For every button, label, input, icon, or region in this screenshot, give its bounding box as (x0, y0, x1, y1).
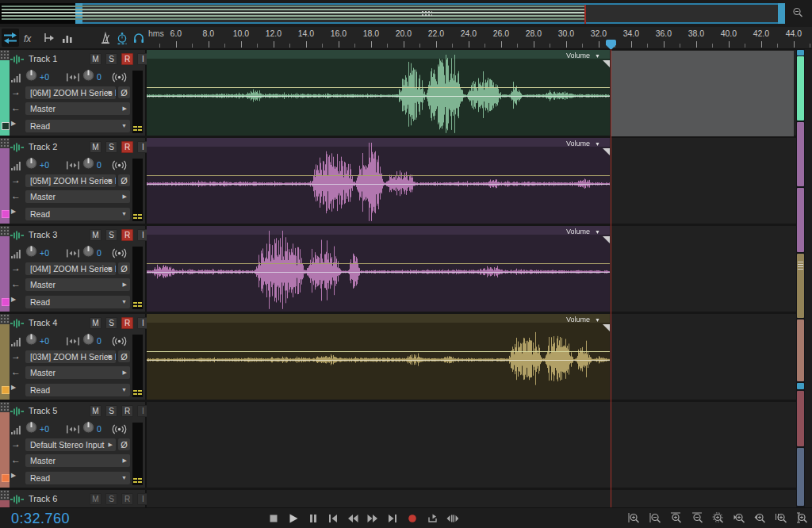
track-color-tag[interactable] (2, 210, 10, 218)
pan-value[interactable]: 0 (97, 160, 102, 170)
clip-envelope-label[interactable]: Volume▼ (566, 140, 600, 147)
track-scrollbar[interactable] (796, 49, 805, 507)
timeline-ruler[interactable]: hms 6.08.010.012.014.016.018.020.022.024… (147, 27, 812, 49)
pan-knob[interactable] (82, 332, 95, 346)
play-button[interactable] (285, 511, 302, 526)
zoom-out-full-icon[interactable] (791, 6, 804, 19)
mute-button[interactable]: M (90, 141, 102, 153)
zoom-to-in-point-button[interactable] (731, 511, 749, 526)
mute-button[interactable]: M (90, 317, 102, 329)
mute-button[interactable]: M (90, 53, 102, 65)
track-drag-grip[interactable] (0, 314, 10, 324)
armed-selection-region[interactable] (611, 51, 794, 136)
automation-mode-select[interactable]: Read▼ (25, 120, 130, 132)
automation-expander-icon[interactable]: ▶ (11, 384, 16, 391)
input-monitor-button[interactable]: I (137, 229, 147, 241)
pan-value[interactable]: 0 (97, 248, 102, 258)
volume-envelope-line[interactable] (147, 351, 610, 352)
scrollbar-track-segment[interactable] (797, 56, 804, 121)
pan-knob[interactable] (82, 68, 95, 82)
input-select[interactable]: [06M] ZOOM H Series M▶ (25, 86, 116, 99)
track-lane-6[interactable] (147, 490, 796, 507)
monitor-icon[interactable] (112, 248, 127, 258)
clip-envelope-label[interactable]: Volume▼ (566, 228, 600, 235)
timeline-lanes[interactable]: Volume▼Volume▼Volume▼Volume▼ (147, 49, 796, 507)
scrollbar-track-segment[interactable] (797, 391, 804, 446)
record-arm-button[interactable]: R (121, 317, 133, 329)
volume-envelope-line[interactable] (147, 263, 610, 264)
input-monitor-button[interactable]: I (137, 141, 147, 153)
monitor-input-button[interactable] (130, 29, 147, 47)
track-name-label[interactable]: Track 4 (29, 318, 57, 327)
viewport-drag-grip[interactable] (421, 10, 432, 17)
input-select[interactable]: [04M] ZOOM H Series M▶ (25, 262, 116, 275)
track-drag-grip[interactable] (0, 490, 10, 500)
zoom-reset-button[interactable] (710, 511, 727, 526)
scrollbar-viewport-cap[interactable] (797, 383, 804, 389)
clip-envelope-label[interactable]: Volume▼ (566, 316, 600, 323)
zoom-vertical-button[interactable] (794, 511, 811, 526)
volume-envelope-line[interactable] (147, 175, 610, 176)
volume-value[interactable]: +0 (40, 336, 49, 346)
pan-knob[interactable] (82, 420, 95, 434)
solo-button[interactable]: S (105, 405, 117, 417)
phase-invert-button[interactable]: Ø (118, 86, 130, 98)
track-drag-grip[interactable] (0, 138, 10, 148)
fast-forward-button[interactable] (364, 511, 381, 526)
monitor-icon[interactable] (112, 336, 127, 346)
monitor-icon[interactable] (112, 160, 127, 170)
scrollbar-track-segment[interactable] (797, 188, 804, 252)
input-monitor-button[interactable]: I (137, 53, 147, 65)
track-color-tag[interactable] (2, 122, 10, 130)
record-timer-button[interactable] (113, 29, 131, 47)
track-lane-2[interactable]: Volume▼ (147, 138, 796, 224)
automation-expander-icon[interactable]: ▶ (11, 208, 16, 215)
zoom-out-time-button[interactable] (689, 511, 707, 526)
record-arm-button[interactable]: R (121, 405, 133, 417)
output-select[interactable]: Master▶ (25, 366, 130, 379)
track-name-label[interactable]: Track 2 (29, 142, 57, 151)
solo-button[interactable]: S (105, 317, 117, 329)
output-select[interactable]: Master▶ (25, 454, 130, 467)
audio-clip[interactable]: Volume▼ (147, 138, 610, 224)
mute-button[interactable]: M (90, 493, 102, 505)
audio-clip[interactable]: Volume▼ (147, 314, 610, 400)
track-name-label[interactable]: Track 1 (29, 54, 57, 63)
track-drag-grip[interactable] (0, 226, 10, 236)
viewport-right-handle[interactable] (778, 3, 785, 24)
pan-value[interactable]: 0 (97, 72, 102, 82)
input-select[interactable]: [03M] ZOOM H Series M▶ (25, 350, 116, 363)
volume-knob[interactable] (25, 244, 38, 258)
monitor-icon[interactable] (112, 424, 127, 434)
track-lane-5[interactable] (147, 402, 796, 488)
track-color-tag[interactable] (2, 386, 10, 394)
monitor-icon[interactable] (112, 72, 127, 82)
volume-value[interactable]: +0 (40, 424, 49, 434)
record-arm-button[interactable]: R (121, 229, 133, 241)
automation-mode-select[interactable]: Read▼ (25, 296, 130, 308)
rewind-button[interactable] (344, 511, 362, 526)
zoom-in-time-button[interactable] (668, 511, 685, 526)
volume-knob[interactable] (25, 68, 38, 82)
volume-value[interactable]: +0 (40, 248, 49, 258)
track-lane-1[interactable]: Volume▼ (147, 50, 796, 136)
scrollbar-track-segment[interactable] (797, 448, 804, 506)
track-name-label[interactable]: Track 5 (29, 406, 57, 415)
metering-tool-button[interactable] (59, 29, 76, 47)
pan-value[interactable]: 0 (97, 424, 102, 434)
scrollbar-track-segment[interactable] (797, 122, 804, 186)
metronome-button[interactable] (97, 29, 114, 47)
audio-clip[interactable]: Volume▼ (147, 50, 610, 136)
record-button[interactable] (404, 511, 421, 526)
track-name-label[interactable]: Track 6 (29, 494, 57, 503)
zoom-to-selection-button[interactable] (773, 511, 791, 526)
phase-invert-button[interactable]: Ø (118, 262, 130, 274)
track-name-label[interactable]: Track 3 (29, 230, 57, 239)
input-select[interactable]: Default Stereo Input▶ (25, 438, 116, 451)
mute-button[interactable]: M (90, 229, 102, 241)
volume-knob[interactable] (25, 156, 38, 170)
mute-button[interactable]: M (90, 405, 102, 417)
automation-expander-icon[interactable]: ▶ (11, 296, 16, 303)
zoom-to-out-point-button[interactable] (752, 511, 769, 526)
go-to-start-button[interactable] (324, 511, 342, 526)
